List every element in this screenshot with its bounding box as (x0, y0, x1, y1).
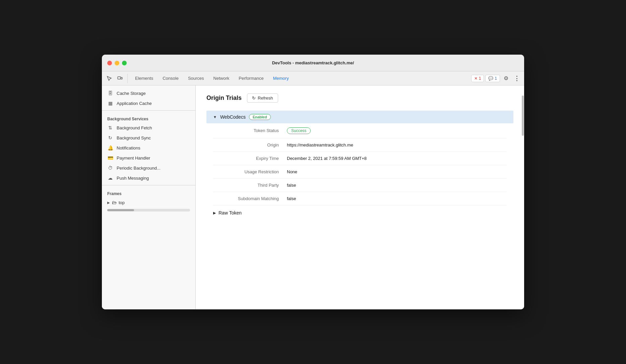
detail-row-expiry: Expiry Time December 2, 2021 at 7:59:59 … (213, 152, 507, 165)
traffic-lights (107, 61, 127, 65)
application-cache-icon: ▦ (107, 101, 113, 106)
minimize-button[interactable] (115, 61, 119, 65)
webcodecs-trial-row[interactable]: ▼ WebCodecs Enabled (206, 111, 513, 123)
sidebar-item-background-sync[interactable]: ↻ Background Sync (102, 133, 195, 143)
sidebar-item-application-cache[interactable]: ▦ Application Cache (102, 98, 195, 108)
sidebar-scrollbar-thumb (107, 209, 134, 211)
sidebar-item-label: Notifications (117, 145, 140, 150)
frames-item-top[interactable]: ▶ 🗁 top (102, 197, 195, 207)
detail-label: Token Status (213, 128, 287, 133)
sidebar-horizontal-scrollbar[interactable] (107, 209, 190, 211)
sidebar-item-payment-handler[interactable]: 💳 Payment Handler (102, 153, 195, 163)
sidebar-divider (102, 110, 195, 111)
detail-row-origin: Origin https://mediastreamtrack.glitch.m… (213, 138, 507, 152)
detail-value: false (287, 183, 296, 188)
payment-handler-icon: 💳 (107, 155, 113, 161)
content-header: Origin Trials ↻ Refresh (206, 94, 513, 103)
inspector-icon[interactable] (105, 74, 114, 83)
maximize-button[interactable] (122, 61, 127, 65)
success-badge: Success (287, 127, 311, 134)
sidebar-item-periodic-background[interactable]: ⏱ Periodic Background... (102, 163, 195, 173)
content-area: Origin Trials ↻ Refresh ▼ WebCodecs Enab… (196, 85, 524, 309)
tabbar-icons (105, 74, 128, 83)
devtools-window: DevTools - mediastreamtrack.glitch.me/ E… (102, 55, 524, 309)
detail-label: Origin (213, 142, 287, 147)
tabs: Elements Console Sources Network Perform… (130, 74, 471, 83)
svg-rect-1 (121, 77, 122, 79)
triangle-icon: ▶ (107, 201, 110, 204)
detail-row-token-status: Token Status Success (213, 123, 507, 138)
tab-network[interactable]: Network (209, 74, 234, 83)
sidebar-item-cache-storage[interactable]: 🗄 Cache Storage (102, 88, 195, 98)
sidebar-item-label: Cache Storage (117, 91, 146, 96)
detail-value: false (287, 196, 296, 201)
sidebar-item-label: Application Cache (117, 101, 152, 106)
sidebar-item-label: Background Fetch (117, 125, 152, 130)
tab-performance[interactable]: Performance (234, 74, 268, 83)
sidebar-divider-2 (102, 185, 195, 185)
vertical-scrollbar[interactable] (521, 85, 524, 309)
titlebar: DevTools - mediastreamtrack.glitch.me/ (102, 55, 524, 71)
enabled-badge: Enabled (249, 114, 271, 120)
sidebar-item-label: Periodic Background... (117, 166, 161, 171)
sidebar-item-push-messaging[interactable]: ☁ Push Messaging (102, 173, 195, 183)
info-count: 1 (495, 76, 497, 81)
content-inner: Origin Trials ↻ Refresh ▼ WebCodecs Enab… (196, 85, 524, 228)
tab-memory[interactable]: Memory (268, 74, 294, 83)
error-icon: ✕ (474, 76, 478, 81)
tabbar: Elements Console Sources Network Perform… (102, 71, 524, 85)
error-count: 1 (479, 76, 481, 81)
detail-label: Expiry Time (213, 156, 287, 161)
notifications-icon: 🔔 (107, 145, 113, 150)
raw-token-label: Raw Token (218, 210, 242, 216)
info-icon: 💬 (488, 76, 493, 81)
refresh-button[interactable]: ↻ Refresh (247, 94, 278, 103)
folder-icon: 🗁 (112, 200, 117, 205)
sidebar-item-notifications[interactable]: 🔔 Notifications (102, 143, 195, 153)
scrollbar-thumb (522, 96, 524, 136)
background-sync-icon: ↻ (107, 135, 113, 140)
detail-label: Usage Restriction (213, 169, 287, 174)
detail-section: Token Status Success Origin https://medi… (206, 123, 513, 205)
window-title: DevTools - mediastreamtrack.glitch.me/ (272, 60, 354, 65)
refresh-label: Refresh (258, 96, 273, 101)
frames-item-label: top (119, 200, 125, 205)
background-fetch-icon: ⇅ (107, 125, 113, 130)
refresh-icon: ↻ (252, 96, 256, 101)
cache-storage-icon: 🗄 (107, 90, 113, 96)
close-button[interactable] (107, 61, 112, 65)
detail-row-third-party: Third Party false (213, 179, 507, 192)
expand-icon: ▶ (213, 211, 216, 215)
detail-row-usage: Usage Restriction None (213, 165, 507, 179)
periodic-background-icon: ⏱ (107, 165, 113, 171)
tab-sources[interactable]: Sources (183, 74, 209, 83)
tab-elements[interactable]: Elements (130, 74, 158, 83)
sidebar-item-label: Push Messaging (117, 176, 149, 181)
collapse-icon: ▼ (213, 115, 217, 119)
info-badge-button[interactable]: 💬 1 (485, 75, 500, 82)
detail-label: Third Party (213, 183, 287, 188)
main-layout: 🗄 Cache Storage ▦ Application Cache Back… (102, 85, 524, 309)
sidebar-item-background-fetch[interactable]: ⇅ Background Fetch (102, 123, 195, 133)
tabbar-right: ✕ 1 💬 1 ⚙ ⋮ (471, 74, 521, 83)
detail-value: December 2, 2021 at 7:59:59 AM GMT+8 (287, 156, 367, 161)
page-title: Origin Trials (206, 95, 242, 102)
push-messaging-icon: ☁ (107, 175, 113, 181)
tab-console[interactable]: Console (158, 74, 183, 83)
trial-name: WebCodecs (220, 114, 246, 120)
sidebar-item-label: Payment Handler (117, 156, 150, 161)
background-services-label: Background Services (102, 113, 195, 123)
error-badge-button[interactable]: ✕ 1 (471, 75, 484, 82)
sidebar: 🗄 Cache Storage ▦ Application Cache Back… (102, 85, 196, 309)
svg-rect-0 (118, 77, 121, 79)
detail-value: None (287, 169, 297, 174)
device-toolbar-icon[interactable] (115, 74, 125, 83)
detail-value: https://mediastreamtrack.glitch.me (287, 142, 353, 147)
settings-icon[interactable]: ⚙ (501, 74, 511, 83)
raw-token-row[interactable]: ▶ Raw Token (206, 205, 513, 220)
detail-label: Subdomain Matching (213, 196, 287, 201)
detail-row-subdomain: Subdomain Matching false (213, 192, 507, 205)
more-options-icon[interactable]: ⋮ (512, 74, 521, 83)
sidebar-item-label: Background Sync (117, 135, 151, 140)
frames-label: Frames (102, 187, 195, 197)
